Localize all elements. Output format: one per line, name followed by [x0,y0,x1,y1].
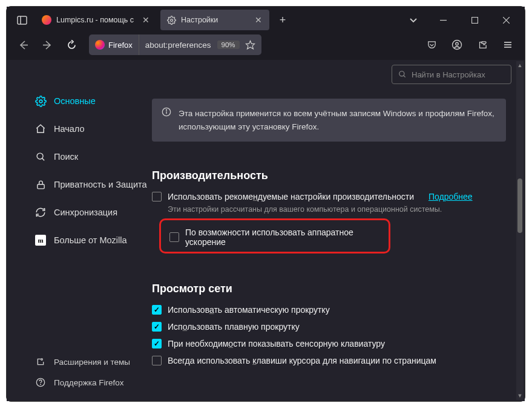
checkbox-label: По возможности использовать аппаратное у… [185,227,380,247]
tab-title: Lumpics.ru - помощь с компьютером [56,16,136,24]
svg-line-23 [404,76,406,77]
svg-point-2 [170,19,172,21]
info-message: Эта настройка применится ко всем учётным… [152,99,506,142]
category-sync[interactable]: Синхронизация [31,198,152,226]
account-icon[interactable] [446,35,468,54]
category-privacy[interactable]: Приватность и Защита [31,171,152,198]
new-tab-button[interactable]: + [273,10,292,30]
search-icon [34,152,47,162]
category-home[interactable]: Начало [31,115,152,143]
checkbox-unchecked-icon[interactable] [152,192,162,201]
category-mozilla[interactable]: m Больше от Mozilla [31,226,152,254]
gear-icon [34,96,47,107]
svg-line-17 [42,158,44,160]
back-button[interactable] [13,35,33,54]
checkbox-checked-icon[interactable]: ✓ [152,322,162,332]
browsing-heading: Просмотр сети [152,283,513,295]
category-label: Поиск [54,152,78,162]
search-icon [398,70,407,79]
autoscroll-checkbox-row[interactable]: ✓ Использовать автоматическую прокрутку [152,305,513,315]
vertical-scrollbar[interactable]: ▲ ▼ [516,61,524,400]
category-label: Приватность и Защита [54,180,147,189]
sync-icon [34,207,47,218]
category-label: Больше от Mozilla [54,235,127,245]
svg-rect-18 [37,184,44,188]
support-link[interactable]: Поддержка Firefox [31,372,152,393]
smoothscroll-checkbox-row[interactable]: ✓ Использовать плавную прокрутку [152,322,513,332]
category-label: Основные [54,96,96,106]
home-icon [34,123,47,134]
tab-settings[interactable]: Настройки ✕ [160,10,269,30]
touchkeyboard-checkbox-row[interactable]: ✓ При необходимости показывать сенсорную… [152,339,513,348]
checkbox-checked-icon[interactable]: ✓ [152,305,162,315]
url-text: about:preferences [139,41,217,50]
performance-heading: Производительность [152,169,513,182]
hardware-accel-highlight: По возможности использовать аппаратное у… [159,218,390,254]
category-label: Синхронизация [54,208,117,217]
extensions-link[interactable]: Расширения и темы [31,352,152,372]
checkbox-label: Использовать рекомендуемые настройки про… [168,192,414,201]
tab-lumpics[interactable]: Lumpics.ru - помощь с компьютером ✕ [36,10,157,30]
window-close-button[interactable] [492,7,520,33]
scrollbar-thumb[interactable] [517,178,522,233]
panel-sidebar-button[interactable] [11,10,32,30]
bookmark-star-icon[interactable] [240,40,261,50]
extensions-icon[interactable] [471,35,493,54]
checkbox-label: Использовать плавную прокрутку [168,322,300,332]
preferences-search-input[interactable]: Найти в Настройках [392,65,511,84]
scroll-down-icon[interactable]: ▼ [516,391,524,400]
tabs-dropdown-icon[interactable] [401,16,425,24]
reload-button[interactable] [61,35,82,54]
url-bar[interactable]: Firefox about:preferences 90% [89,34,261,55]
link-label: Расширения и темы [54,358,130,367]
close-tab-icon[interactable]: ✕ [254,15,263,25]
pocket-icon[interactable] [421,35,442,54]
zoom-badge[interactable]: 90% [217,41,240,49]
svg-point-15 [39,100,42,103]
checkbox-unchecked-icon[interactable] [169,232,179,242]
svg-point-19 [41,359,43,361]
svg-marker-9 [246,41,255,48]
identity-label: Firefox [108,41,133,50]
scrollbar-track[interactable] [516,70,524,391]
svg-rect-4 [471,17,478,23]
close-tab-icon[interactable]: ✕ [141,15,151,25]
identity-box[interactable]: Firefox [89,34,139,55]
search-placeholder: Найти в Настройках [412,70,485,79]
category-search[interactable]: Поиск [31,143,152,171]
svg-point-21 [41,384,41,385]
lock-icon [34,180,47,190]
window-minimize-button[interactable] [429,7,457,33]
info-icon [162,107,171,133]
checkbox-label: Всегда использовать клавиши курсора для … [168,356,436,365]
perf-hwaccel-checkbox-row[interactable]: По возможности использовать аппаратное у… [169,227,380,247]
svg-point-26 [166,110,166,110]
favicon-lumpics [42,15,51,25]
mozilla-icon: m [34,235,47,246]
puzzle-icon [34,357,47,367]
svg-rect-0 [18,16,27,24]
category-label: Начало [54,124,85,134]
tab-title: Настройки [181,16,249,24]
perf-recommended-checkbox-row[interactable]: Использовать рекомендуемые настройки про… [152,192,513,201]
forward-button [37,35,57,54]
caretbrowse-checkbox-row[interactable]: Всегда использовать клавиши курсора для … [152,356,513,365]
help-icon [34,378,47,387]
checkbox-unchecked-icon[interactable] [152,356,162,365]
app-menu-icon[interactable] [497,35,519,54]
checkbox-checked-icon[interactable]: ✓ [152,339,162,348]
category-general[interactable]: Основные [31,87,152,115]
svg-point-11 [456,42,459,45]
firefox-logo-icon [95,40,105,50]
svg-point-10 [453,41,462,50]
learn-more-link[interactable]: Подробнее [429,192,473,201]
svg-point-22 [399,71,404,76]
info-text: Эта настройка применится ко всем учётным… [179,107,496,133]
perf-hint: Эти настройки рассчитаны для вашего комп… [168,205,513,214]
scroll-up-icon[interactable]: ▲ [516,61,524,70]
link-label: Поддержка Firefox [54,378,123,387]
svg-point-16 [37,153,43,159]
window-maximize-button[interactable] [461,7,488,33]
checkbox-label: При необходимости показывать сенсорную к… [168,339,385,348]
gear-icon [166,15,176,25]
